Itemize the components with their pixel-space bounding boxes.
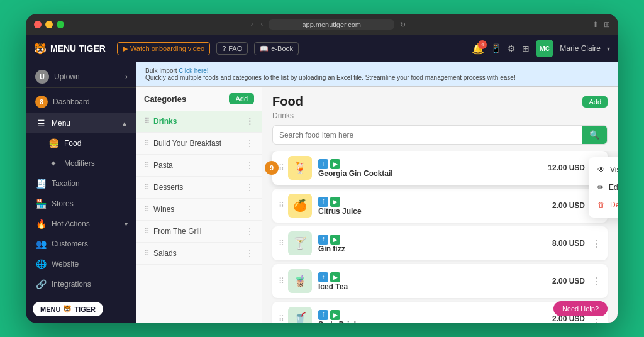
maximize-button[interactable] <box>57 21 64 28</box>
category-item[interactable]: ⠿ Desserts ⋮ <box>136 177 262 199</box>
logo-text: MENU <box>40 306 60 313</box>
category-name: Drinks <box>153 117 177 126</box>
brand-name: MENU TIGER <box>50 43 106 53</box>
sidebar-item-modifiers[interactable]: ✦ Modifiers <box>39 153 136 174</box>
food-more-icon[interactable]: ⋮ <box>591 275 601 287</box>
category-name: Salads <box>153 249 177 258</box>
category-more-icon[interactable]: ⋮ <box>245 226 254 236</box>
tab-icon[interactable]: ⊞ <box>604 20 610 29</box>
category-more-icon[interactable]: ⋮ <box>245 182 254 192</box>
watch-video-button[interactable]: ▶ Watch onboarding video <box>117 42 210 55</box>
store-selector[interactable]: U Uptown › <box>26 66 136 88</box>
bulk-import-link[interactable]: Click here! <box>179 67 208 74</box>
minimize-button[interactable] <box>45 21 53 28</box>
food-subtitle: Drinks <box>262 111 618 125</box>
visibility-option[interactable]: 👁 Visibility <box>589 161 618 179</box>
integrations-label: Integrations <box>52 280 91 289</box>
sidebar-item-menu[interactable]: ☰ Menu ▲ <box>26 113 136 133</box>
category-more-icon[interactable]: ⋮ <box>245 160 254 170</box>
category-more-icon[interactable]: ⋮ <box>245 204 254 214</box>
sidebar-item-taxation[interactable]: 🧾 Taxation <box>26 174 136 194</box>
add-category-button[interactable]: Add <box>229 93 254 104</box>
add-food-button[interactable]: Add <box>582 96 608 108</box>
drag-handle-icon: ⠿ <box>279 314 284 323</box>
need-help-button[interactable]: Need Help? <box>553 301 608 316</box>
category-name: From The Grill <box>153 227 201 236</box>
browser-bar: ‹ › app.menutiger.com ↻ <box>64 19 592 30</box>
food-list: 9 ⠿ 🍹 f ▶ Georgia Gin Cocktail <box>262 151 618 323</box>
category-item[interactable]: ⠿ Pasta ⋮ <box>136 155 262 177</box>
address-bar[interactable]: app.menutiger.com <box>269 19 394 30</box>
search-button[interactable]: 🔍 <box>582 126 607 144</box>
food-header: Food Add <box>262 87 618 111</box>
step-badge: 9 <box>265 161 279 175</box>
sidebar-item-dashboard[interactable]: 8 Dashboard <box>26 91 136 113</box>
category-more-icon[interactable]: ⋮ <box>245 138 254 148</box>
food-badges: f ▶ <box>318 197 552 207</box>
drag-handle-icon: ⠿ <box>144 161 150 170</box>
website-icon: 🌐 <box>35 259 47 269</box>
trash-icon: 🗑 <box>597 201 605 209</box>
forward-button[interactable]: › <box>261 21 264 28</box>
user-name: Marie Claire <box>560 44 601 53</box>
search-input[interactable] <box>273 126 582 144</box>
food-price: 2.00 USD <box>552 277 585 285</box>
bulk-import-label: Bulk Import <box>145 67 177 74</box>
user-chevron-icon[interactable]: ▾ <box>607 45 610 52</box>
sidebar-item-hot-actions[interactable]: 🔥 Hot Actions ▾ <box>26 214 136 234</box>
drag-handle-icon: ⠿ <box>144 205 150 214</box>
grid-icon[interactable]: ⊞ <box>522 43 530 53</box>
notification-bell[interactable]: 🔔 4 <box>472 43 484 55</box>
categories-header: Categories Add <box>136 87 262 111</box>
food-badges: f ▶ <box>318 235 552 245</box>
category-name: Build Your Breakfast <box>153 139 221 148</box>
ebook-button[interactable]: 📖 e-Book <box>254 42 299 55</box>
app-container: 🐯 MENU TIGER ▶ Watch onboarding video ? … <box>26 35 618 323</box>
category-more-icon[interactable]: ⋮ <box>245 116 254 126</box>
food-badge: ▶ <box>330 310 340 320</box>
stores-icon: 🏪 <box>35 199 47 209</box>
sidebar-item-customers[interactable]: 👥 Customers <box>26 234 136 254</box>
browser-actions: ⬆ ⊞ <box>592 20 610 29</box>
integrations-icon: 🔗 <box>35 279 47 289</box>
drag-handle-icon: ⠿ <box>279 239 284 248</box>
sidebar-item-integrations[interactable]: 🔗 Integrations <box>26 274 136 294</box>
food-image: 🍸 <box>288 231 312 255</box>
food-badge: f <box>318 310 328 320</box>
category-item[interactable]: ⠿ From The Grill ⋮ <box>136 221 262 243</box>
category-item[interactable]: ⠿ Wines ⋮ <box>136 199 262 221</box>
food-image: 🧋 <box>288 269 312 293</box>
back-button[interactable]: ‹ <box>251 21 253 28</box>
category-more-icon[interactable]: ⋮ <box>245 248 254 258</box>
play-icon: ▶ <box>123 45 128 53</box>
refresh-button[interactable]: ↻ <box>400 21 406 29</box>
category-item[interactable]: ⠿ Drinks ⋮ <box>136 111 262 133</box>
share-icon[interactable]: ⬆ <box>592 20 599 29</box>
delete-option[interactable]: 🗑 Delete <box>589 196 618 214</box>
food-badges: f ▶ <box>318 310 552 320</box>
food-price: 12.00 USD <box>548 163 585 172</box>
sidebar-submenu: 🍔 Food ✦ Modifiers <box>26 133 136 174</box>
category-list: ⠿ Drinks ⋮ ⠿ Build Your Breakfast ⋮ ⠿ <box>136 111 262 323</box>
category-name: Desserts <box>153 183 183 192</box>
category-item[interactable]: ⠿ Salads ⋮ <box>136 243 262 265</box>
food-item: ⠿ 🍸 f ▶ Gin fizz 8.00 USD <box>272 226 608 260</box>
edit-option[interactable]: ✏ Edit <box>589 179 618 196</box>
close-button[interactable] <box>34 21 42 28</box>
question-icon: ? <box>222 45 226 52</box>
sidebar-item-food[interactable]: 🍔 Food <box>39 133 136 153</box>
hot-actions-icon: 🔥 <box>35 219 47 229</box>
food-info: f ▶ Gin fizz <box>318 233 552 253</box>
customers-icon: 👥 <box>35 239 47 249</box>
sidebar-item-stores[interactable]: 🏪 Stores <box>26 194 136 214</box>
edit-icon: ✏ <box>597 183 604 192</box>
customers-label: Customers <box>52 240 88 248</box>
category-item[interactable]: ⠿ Build Your Breakfast ⋮ <box>136 133 262 155</box>
settings-icon[interactable]: ⚙ <box>508 43 516 53</box>
faq-button[interactable]: ? FAQ <box>216 42 248 55</box>
food-more-icon[interactable]: ⋮ <box>591 238 601 250</box>
sidebar-item-website[interactable]: 🌐 Website <box>26 254 136 274</box>
book-icon: 📖 <box>260 45 269 53</box>
traffic-lights <box>34 21 64 28</box>
mobile-icon[interactable]: 📱 <box>491 43 501 53</box>
